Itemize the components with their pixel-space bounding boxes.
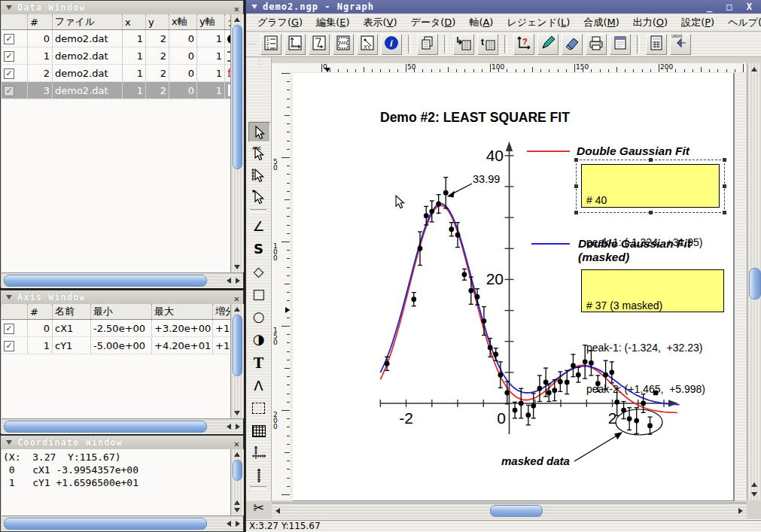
window-buttons[interactable]: _ □ X — [707, 0, 756, 14]
scroll-down-icon[interactable] — [751, 492, 757, 497]
scroll-left-icon[interactable] — [227, 424, 231, 430]
cell-yaxis[interactable]: 1 — [197, 47, 225, 65]
menu-item-1[interactable]: 編集(E) — [309, 14, 356, 31]
scroll-right-icon[interactable] — [738, 508, 743, 514]
axis-window-vscrollbar[interactable] — [230, 304, 244, 418]
data-table-row[interactable]: ✓0demo2.dat12012.00 — [2, 30, 230, 47]
cell-x[interactable]: 1 — [123, 82, 146, 99]
legend-window-button[interactable] — [309, 34, 330, 55]
file-open-button[interactable] — [417, 34, 438, 55]
single-axis-tool[interactable] — [248, 466, 269, 485]
cell-y[interactable]: 2 — [146, 82, 169, 99]
coordinate-window-vscrollbar[interactable] — [230, 449, 244, 515]
cell-yaxis[interactable]: 1 — [197, 30, 225, 47]
cell-xaxis[interactable]: 0 — [169, 30, 197, 47]
scroll-left-icon[interactable] — [275, 508, 280, 514]
scrollbar-thumb[interactable] — [490, 505, 543, 517]
data-window-vscrollbar[interactable] — [230, 14, 244, 272]
selection-handle[interactable] — [723, 184, 726, 188]
cell-min[interactable]: -5.00e+00 — [91, 337, 152, 354]
cell-xaxis[interactable]: 0 — [169, 65, 197, 82]
main-titlebar[interactable]: demo2.ngp - Ngraph _ □ X — [246, 0, 761, 14]
row-checkbox[interactable]: ✓ — [4, 86, 14, 96]
scroll-right-icon[interactable] — [236, 278, 240, 284]
cross-axis-tool[interactable] — [248, 443, 269, 462]
selection-handle[interactable] — [723, 211, 726, 214]
cell-increment[interactable]: +1.00e+00 — [213, 320, 231, 337]
window-menu-icon[interactable] — [251, 5, 257, 9]
arc-tool[interactable]: ◑ — [248, 330, 269, 348]
cell-x[interactable]: 1 — [123, 65, 146, 82]
minimize-icon[interactable]: _ — [707, 2, 717, 12]
scrollbar-thumb[interactable] — [4, 421, 207, 433]
selection-handle[interactable] — [649, 158, 653, 162]
menu-item-2[interactable]: 表示(V) — [357, 14, 404, 31]
cell-plot-type[interactable]: fit — [225, 82, 231, 99]
coordinate-window-titlebar[interactable]: Coordinate Window ✕ — [1, 436, 243, 450]
axis-table-row[interactable]: ✓0cX1-2.50e+00+3.20e+00+1.00e+00 — [2, 320, 230, 337]
data-window-hscrollbar[interactable] — [2, 272, 243, 288]
cell-axis-name[interactable]: cY1 — [53, 337, 91, 354]
fit-result-box-2[interactable]: # 37 (3 masked) peak-1: (-1.324, +32.23)… — [581, 269, 724, 312]
draw-button[interactable] — [537, 34, 559, 55]
erase-button[interactable] — [562, 34, 583, 55]
selection-handle[interactable] — [723, 158, 726, 162]
scroll-up-icon[interactable] — [751, 482, 757, 487]
menu-item-3[interactable]: データ(D) — [404, 14, 463, 31]
polygon-tool[interactable]: ◇ — [248, 262, 269, 281]
scrollbar-thumb[interactable] — [233, 315, 242, 376]
menu-item-9[interactable]: ヘルプ(H) — [721, 14, 761, 31]
curve-tool[interactable]: S — [248, 239, 269, 258]
collapse-icon[interactable] — [6, 440, 12, 445]
scroll-left-icon[interactable] — [227, 278, 231, 284]
axis-window-hscrollbar[interactable] — [2, 418, 243, 434]
canvas-vscrollbar[interactable] — [747, 63, 761, 500]
menu-item-5[interactable]: レジェンド(L) — [500, 14, 577, 31]
scrollbar-thumb[interactable] — [233, 25, 242, 169]
menu-item-4[interactable]: 軸(A) — [462, 14, 500, 31]
scroll-down-icon[interactable] — [234, 508, 240, 512]
scroll-up-icon[interactable] — [234, 17, 240, 22]
cell-y[interactable]: 2 — [146, 47, 169, 65]
line-tool[interactable]: ∠ — [248, 217, 269, 236]
cell-yaxis[interactable]: 1 — [197, 65, 225, 82]
coordinate-window-hscrollbar[interactable] — [2, 515, 243, 531]
rectangle-tool[interactable]: □ — [248, 284, 269, 303]
file-window-button[interactable]: XY — [357, 34, 378, 55]
legend-label-fit-masked[interactable]: Double Gaussian Fit (masked) — [578, 237, 691, 264]
fit-result-box-1[interactable]: # 40 peak-1: (-1.324, +31.95) peak-2: (+… — [581, 164, 720, 208]
selection-handle[interactable] — [574, 211, 578, 214]
scrollbar-thumb[interactable] — [4, 275, 207, 287]
cell-x[interactable]: 1 — [123, 30, 146, 47]
cell-min[interactable]: -2.50e+00 — [91, 320, 152, 337]
row-checkbox[interactable]: ✓ — [4, 324, 14, 334]
scroll-up-icon[interactable] — [234, 500, 240, 505]
cell-xaxis[interactable]: 0 — [169, 82, 197, 99]
row-checkbox[interactable]: ✓ — [4, 68, 14, 79]
cell-y[interactable]: 2 — [146, 65, 169, 82]
selection-handle[interactable] — [574, 158, 578, 162]
data-table-row[interactable]: ✓2demo2.dat1201fit2.00 — [2, 65, 230, 82]
collapse-icon[interactable] — [6, 295, 12, 299]
cell-filename[interactable]: demo2.dat — [53, 82, 123, 99]
cell-xaxis[interactable]: 0 — [169, 47, 197, 65]
collapse-icon[interactable] — [6, 5, 12, 10]
legend-label-fit[interactable]: Double Gaussian Fit — [577, 144, 689, 158]
scrollbar-thumb[interactable] — [4, 518, 207, 530]
data-table-row[interactable]: ✓1demo2.dat12012.00 — [2, 47, 230, 65]
cell-filename[interactable]: demo2.dat — [53, 47, 123, 65]
canvas-hscrollbar[interactable] — [272, 503, 747, 518]
axis-pointer-tool[interactable] — [248, 166, 269, 184]
merge-window-button[interactable] — [333, 34, 354, 55]
legend-pointer-tool[interactable]: ABC — [248, 144, 269, 163]
menu-item-7[interactable]: 出力(O) — [626, 14, 674, 31]
data-table-row[interactable]: ✓3demo2.dat1201fit2.00 — [2, 82, 230, 99]
print-button[interactable] — [586, 34, 607, 55]
scroll-up-icon[interactable] — [234, 307, 240, 312]
cell-max[interactable]: +4.20e+01 — [152, 337, 213, 354]
data-load-button[interactable] — [453, 34, 474, 55]
selection-handle[interactable] — [574, 184, 578, 188]
axis-window-titlebar[interactable]: Axis Window ✕ — [1, 290, 243, 305]
gauss-tool[interactable]: Λ — [248, 376, 269, 395]
data-window-button[interactable]: 123 — [260, 34, 282, 55]
